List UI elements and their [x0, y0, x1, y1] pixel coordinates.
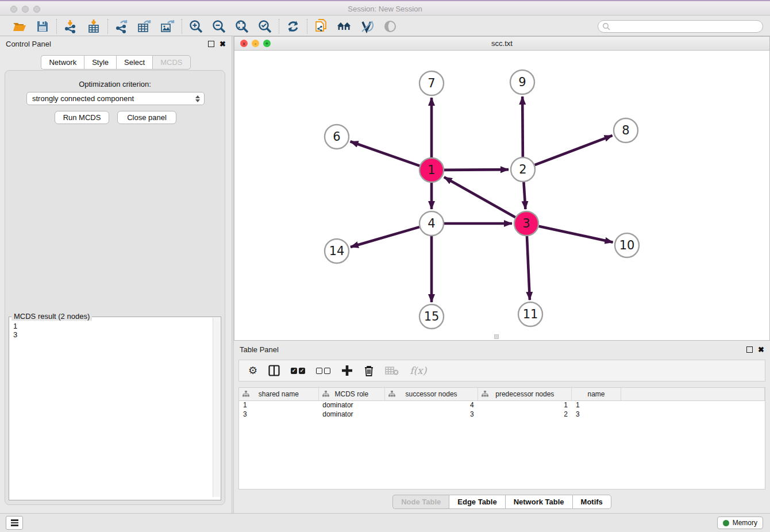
node-table-body: 1dominator4113dominator323: [239, 400, 765, 419]
table-cell[interactable]: [621, 410, 764, 419]
network-view-window: x - + scc.txt 7968124314101511: [234, 36, 770, 341]
canvas-handle[interactable]: [494, 334, 499, 339]
float-panel-icon[interactable]: [208, 41, 214, 47]
table-cell[interactable]: 2: [478, 410, 572, 419]
table-row[interactable]: 1dominator411: [239, 400, 765, 410]
tab-node-table[interactable]: Node Table: [392, 495, 449, 509]
export-table-button[interactable]: [137, 19, 152, 34]
table-cell[interactable]: 1: [478, 400, 572, 410]
column-header-name[interactable]: name: [572, 388, 621, 400]
mcds-result-scrollbar[interactable]: [213, 318, 220, 497]
window-title: Session: New Session: [0, 5, 770, 13]
tab-style[interactable]: Style: [84, 55, 116, 70]
export-image-button[interactable]: [160, 19, 175, 34]
table-cell[interactable]: [621, 400, 764, 410]
tab-edge-table[interactable]: Edge Table: [449, 495, 505, 509]
task-history-button[interactable]: [6, 516, 23, 530]
hide-graphics-details-button[interactable]: [360, 19, 375, 34]
open-folder-icon: [13, 20, 26, 33]
table-cell[interactable]: dominator: [318, 400, 384, 410]
node-label-10: 10: [619, 238, 635, 252]
table-cell[interactable]: 3: [384, 410, 478, 419]
table-panel: Table Panel ✖ ⚙ ✓✓ f(x) shar: [234, 342, 770, 513]
memory-button[interactable]: Memory: [717, 516, 763, 529]
import-table-icon: [87, 20, 101, 33]
save-icon: [36, 20, 49, 33]
memory-label: Memory: [733, 519, 757, 527]
table-float-panel-icon[interactable]: [746, 346, 753, 353]
edge-4-14[interactable]: [351, 227, 419, 247]
export-network-button[interactable]: [114, 19, 129, 34]
mcds-result-title: MCDS result (2 nodes): [11, 312, 92, 321]
tab-motifs[interactable]: Motifs: [572, 495, 611, 509]
function-builder-button[interactable]: f(x): [410, 364, 426, 377]
search-input[interactable]: [610, 21, 763, 32]
mcds-result-text[interactable]: 1 3: [10, 321, 212, 496]
refresh-icon: [286, 20, 300, 33]
node-label-8: 8: [622, 124, 629, 137]
close-panel-icon[interactable]: ✖: [220, 40, 226, 48]
open-cyndex-button[interactable]: [337, 19, 352, 34]
control-panel: Control Panel ✖ NetworkStyleSelectMCDS O…: [0, 36, 232, 513]
export-table-icon: [137, 20, 152, 33]
table-cell[interactable]: dominator: [318, 410, 384, 419]
show-graphics-details-button[interactable]: [383, 19, 398, 34]
apply-layout-button[interactable]: [286, 19, 301, 34]
edge-1-2[interactable]: [444, 169, 509, 170]
network-canvas[interactable]: 7968124314101511: [234, 51, 769, 340]
table-cell[interactable]: 3: [239, 410, 318, 419]
list-icon: [11, 519, 18, 526]
network-canvas-svg: 7968124314101511: [234, 51, 769, 340]
criterion-select[interactable]: strongly connected component: [26, 92, 205, 105]
delete-table-button[interactable]: [385, 364, 399, 377]
shared-column-icon: [322, 391, 329, 399]
edge-3-1[interactable]: [444, 177, 515, 217]
column-header-MCDS-role[interactable]: MCDS role: [318, 388, 384, 400]
column-header-shared-name[interactable]: shared name: [239, 388, 318, 400]
table-cell[interactable]: 1: [572, 400, 621, 410]
edge-2-9[interactable]: [522, 97, 523, 157]
criterion-value: strongly connected component: [32, 94, 134, 103]
edge-3-11[interactable]: [527, 236, 530, 300]
zoom-in-button[interactable]: [188, 19, 203, 34]
node-label-4: 4: [428, 217, 435, 230]
checked-box-icon: ✓: [299, 368, 305, 374]
select-all-rows-button[interactable]: ✓✓: [291, 364, 305, 377]
add-row-button[interactable]: [341, 364, 353, 377]
tab-network[interactable]: Network: [41, 55, 84, 70]
import-network-button[interactable]: [63, 19, 78, 34]
table-close-panel-icon[interactable]: ✖: [758, 346, 764, 353]
edge-2-8[interactable]: [535, 136, 613, 165]
deselect-all-rows-button[interactable]: [316, 364, 330, 377]
trash-icon: [364, 365, 374, 376]
close-panel-button[interactable]: Close panel: [117, 111, 176, 124]
edge-2-3[interactable]: [523, 182, 525, 209]
tab-network-table[interactable]: Network Table: [505, 495, 572, 509]
column-header-successor-nodes[interactable]: successor nodes: [384, 388, 478, 400]
zoom-fit-button[interactable]: [234, 19, 249, 34]
status-bar: Memory: [0, 513, 770, 532]
save-session-button[interactable]: [35, 19, 50, 34]
open-session-button[interactable]: [12, 19, 27, 34]
duplicate-network-button[interactable]: [314, 19, 329, 34]
run-mcds-button[interactable]: Run MCDS: [55, 111, 109, 124]
zoom-selected-button[interactable]: [257, 19, 272, 34]
edge-3-10[interactable]: [538, 226, 613, 242]
table-row[interactable]: 3dominator323: [239, 410, 765, 419]
edge-1-6[interactable]: [351, 141, 420, 165]
network-window-title: scc.txt: [234, 39, 769, 48]
delete-rows-button[interactable]: [364, 364, 374, 377]
table-cell[interactable]: 1: [239, 400, 318, 410]
zoom-out-button[interactable]: [211, 19, 226, 34]
table-settings-button[interactable]: ⚙: [248, 364, 257, 377]
table-cell[interactable]: 4: [384, 400, 478, 410]
tab-mcds[interactable]: MCDS: [152, 55, 190, 70]
import-table-button[interactable]: [86, 19, 101, 34]
table-cell[interactable]: 3: [572, 410, 621, 419]
column-header-predecessor-nodes[interactable]: predecessor nodes: [478, 388, 572, 400]
search-field[interactable]: [598, 20, 763, 33]
search-icon: [602, 22, 610, 30]
select-stepper-icon: [195, 95, 200, 102]
show-column-panel-button[interactable]: [268, 364, 280, 377]
tab-select[interactable]: Select: [116, 55, 152, 70]
